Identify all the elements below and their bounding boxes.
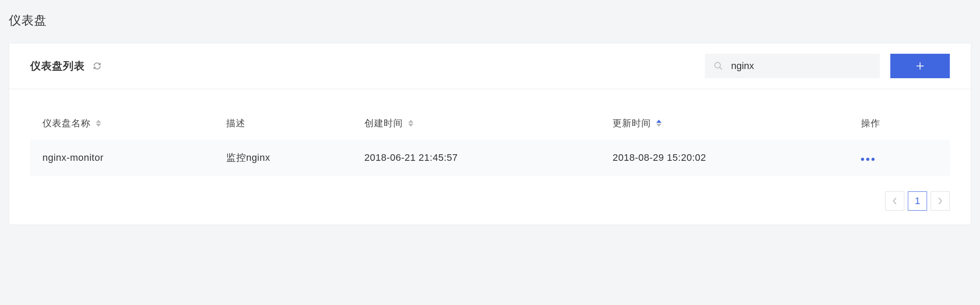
dashboard-panel: 仪表盘列表 bbox=[9, 43, 971, 225]
pagination-next-button[interactable] bbox=[931, 191, 950, 211]
sort-icon bbox=[96, 120, 101, 127]
dashboard-name-link[interactable]: nginx-monitor bbox=[30, 140, 214, 176]
column-header-created[interactable]: 创建时间 bbox=[352, 110, 601, 140]
column-header-name-label: 仪表盘名称 bbox=[42, 117, 91, 129]
table-row: nginx-monitor 监控nginx 2018-06-21 21:45:5… bbox=[30, 140, 950, 176]
column-header-name[interactable]: 仪表盘名称 bbox=[30, 110, 214, 140]
svg-line-1 bbox=[720, 67, 722, 70]
search-icon bbox=[714, 61, 723, 71]
column-header-description-label: 描述 bbox=[226, 118, 245, 128]
search-input[interactable] bbox=[731, 60, 871, 72]
dashboard-updated-cell: 2018-08-29 15:20:02 bbox=[600, 140, 849, 176]
sort-icon bbox=[408, 120, 413, 127]
column-header-description: 描述 bbox=[214, 110, 352, 140]
refresh-icon[interactable] bbox=[92, 61, 102, 71]
column-header-updated-label: 更新时间 bbox=[612, 117, 651, 129]
panel-header: 仪表盘列表 bbox=[9, 43, 971, 89]
dashboard-table: 仪表盘名称 描述 创建时间 bbox=[30, 110, 950, 176]
dashboard-description-cell: 监控nginx bbox=[214, 140, 352, 176]
add-button[interactable] bbox=[890, 54, 950, 78]
svg-point-0 bbox=[715, 62, 721, 68]
dashboard-created-cell: 2018-06-21 21:45:57 bbox=[352, 140, 601, 176]
pagination-page-1[interactable]: 1 bbox=[908, 191, 927, 211]
pagination: 1 bbox=[9, 183, 971, 225]
pagination-prev-button[interactable] bbox=[885, 191, 904, 211]
panel-title: 仪表盘列表 bbox=[30, 59, 85, 73]
column-header-updated[interactable]: 更新时间 bbox=[600, 110, 849, 140]
search-box bbox=[705, 54, 880, 78]
page-title: 仪表盘 bbox=[9, 12, 971, 29]
column-header-created-label: 创建时间 bbox=[364, 117, 403, 129]
column-header-actions: 操作 bbox=[849, 110, 950, 140]
column-header-actions-label: 操作 bbox=[861, 118, 880, 128]
chevron-left-icon bbox=[892, 197, 897, 205]
more-actions-icon[interactable] bbox=[861, 158, 875, 161]
sort-icon bbox=[656, 120, 662, 127]
chevron-right-icon bbox=[938, 197, 943, 205]
plus-icon bbox=[915, 61, 925, 71]
